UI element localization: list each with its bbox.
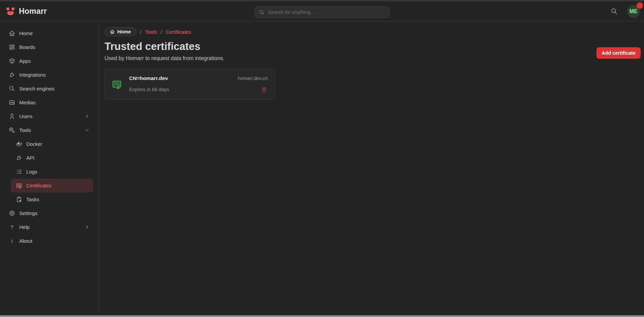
sidebar-item-label: Boards	[19, 44, 90, 50]
home-icon	[9, 30, 15, 36]
sidebar-item-home[interactable]: Home	[3, 26, 95, 40]
logs-list-icon	[16, 168, 22, 175]
sidebar-item-label: Docker	[26, 141, 88, 147]
window-top-edge	[0, 0, 644, 1]
sidebar-item-label: Apps	[19, 58, 90, 64]
breadcrumb: Home / Tools / Certificates	[105, 27, 639, 36]
certificate-card: CN=homarr.dev homarr.dev.crt Expires in …	[105, 69, 275, 100]
sidebar-item-label: Search engines	[19, 86, 90, 91]
chevron-down-icon	[85, 128, 90, 133]
gear-icon	[9, 210, 15, 216]
breadcrumb-home-label: Home	[117, 29, 131, 34]
package-icon	[9, 58, 15, 64]
sidebar-item-certificates[interactable]: Certificates	[11, 179, 93, 192]
sidebar-item-apps[interactable]: Apps	[3, 54, 95, 68]
page-title: Trusted certificates	[105, 41, 639, 53]
plug-icon	[16, 155, 22, 161]
homarr-crab-logo-icon	[5, 7, 16, 16]
certificate-common-name: CN=homarr.dev	[129, 75, 168, 81]
certificate-icon	[112, 79, 122, 89]
search-icon	[611, 8, 618, 15]
docker-icon	[16, 141, 22, 147]
sidebar-item-about[interactable]: i About	[3, 234, 95, 248]
boards-layout-icon	[9, 44, 15, 50]
sidebar-item-tasks[interactable]: Tasks	[11, 192, 93, 206]
app-name: Homarr	[19, 7, 47, 16]
search-icon	[259, 9, 265, 15]
sidebar-item-label: Users	[19, 113, 81, 119]
notification-dot	[637, 2, 643, 9]
breadcrumb-separator: /	[140, 29, 141, 35]
avatar-initials: ME	[630, 8, 638, 15]
certificate-expiry: Expires in 66 days	[129, 87, 169, 92]
clipboard-clock-icon	[16, 196, 22, 203]
home-icon	[110, 29, 115, 34]
add-certificate-button[interactable]: Add certificate	[596, 47, 641, 59]
sidebar-item-label: Home	[19, 30, 90, 36]
plug-icon	[9, 72, 15, 78]
sidebar-item-boards[interactable]: Boards	[3, 40, 95, 54]
sidebar-item-users[interactable]: Users	[3, 109, 95, 123]
trash-icon	[261, 87, 267, 93]
sidebar-item-label: Tools	[19, 127, 81, 133]
main-content: Home / Tools / Certificates Trusted cert…	[99, 22, 644, 317]
app-header: Homarr ME	[0, 0, 644, 22]
sidebar-item-label: Medias	[19, 100, 90, 105]
sidebar-item-settings[interactable]: Settings	[3, 206, 95, 220]
sidebar-item-docker[interactable]: Docker	[11, 137, 93, 151]
sidebar-item-help[interactable]: ? Help	[3, 220, 95, 234]
chevron-right-icon	[85, 114, 90, 119]
sidebar-item-label: Logs	[26, 169, 88, 175]
breadcrumb-link-tools[interactable]: Tools	[145, 29, 157, 35]
page-subtitle: Used by Homarr to request data from inte…	[105, 55, 639, 61]
breadcrumb-separator: /	[161, 29, 162, 35]
sidebar-item-label: API	[26, 155, 88, 161]
header-search-button[interactable]	[609, 6, 619, 16]
sidebar: Home Boards Apps Integrations	[0, 22, 99, 317]
info-icon: i	[9, 238, 15, 244]
certificate-icon	[16, 182, 22, 189]
sidebar-item-label: Integrations	[19, 72, 90, 78]
sidebar-item-search-engines[interactable]: Search engines	[3, 82, 95, 96]
sidebar-item-tools[interactable]: Tools	[3, 123, 95, 137]
question-mark-icon: ?	[9, 224, 15, 230]
sidebar-item-api[interactable]: API	[11, 151, 93, 165]
sidebar-item-label: About	[19, 238, 90, 244]
sidebar-item-medias[interactable]: Medias	[3, 96, 95, 109]
global-search-box[interactable]	[255, 6, 389, 18]
sidebar-item-label: Tasks	[26, 196, 88, 202]
header-actions: ME	[609, 5, 640, 18]
sidebar-item-label: Help	[19, 224, 81, 230]
wrench-icon	[9, 127, 15, 133]
search-input[interactable]	[268, 9, 385, 15]
breadcrumb-home-pill[interactable]: Home	[105, 27, 136, 36]
sidebar-item-label: Certificates	[26, 183, 88, 188]
app-logo[interactable]: Homarr	[5, 7, 47, 16]
breadcrumb-link-certificates[interactable]: Certificates	[166, 29, 191, 35]
certificate-file-name: homarr.dev.crt	[238, 76, 268, 81]
chevron-right-icon	[85, 224, 90, 230]
certificate-details: CN=homarr.dev homarr.dev.crt Expires in …	[129, 75, 268, 93]
sidebar-item-integrations[interactable]: Integrations	[3, 68, 95, 82]
photo-icon	[9, 99, 15, 106]
sidebar-item-label: Settings	[19, 210, 90, 216]
search-icon	[9, 85, 15, 92]
horizontal-scrollbar[interactable]	[0, 315, 644, 317]
user-icon	[9, 113, 15, 120]
delete-certificate-button[interactable]	[261, 86, 268, 93]
user-avatar[interactable]: ME	[627, 5, 640, 18]
sidebar-item-logs[interactable]: Logs	[11, 165, 93, 179]
